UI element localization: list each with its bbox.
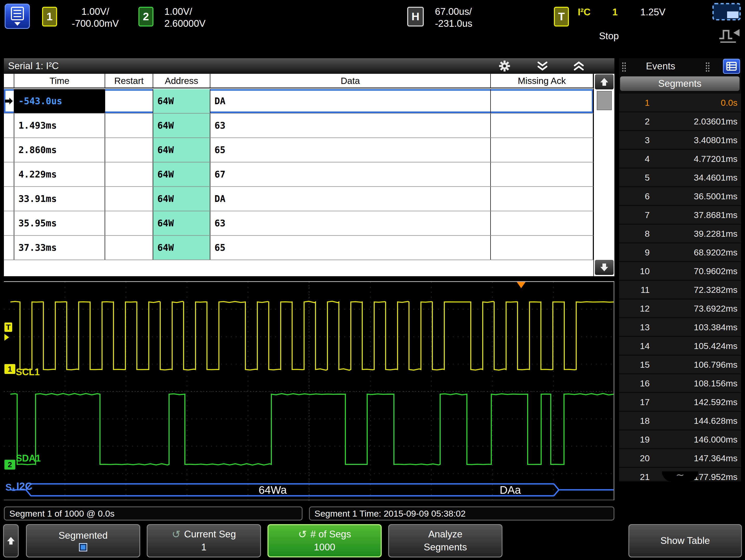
trigger-position-marker[interactable] bbox=[517, 282, 526, 288]
cell-restart bbox=[105, 114, 153, 137]
scl-trace bbox=[10, 301, 614, 370]
cell-missing-ack bbox=[491, 187, 593, 211]
channel1-readout[interactable]: 1.00V/ -700.00mV bbox=[62, 6, 129, 30]
serial-bus-marker[interactable]: S₁ bbox=[5, 482, 15, 493]
i2c-bus-decode-shape bbox=[10, 484, 614, 496]
i2c-bus-label: I2C bbox=[17, 480, 32, 492]
current-seg-label: Current Seg bbox=[184, 529, 236, 540]
bus-frame-address: 64Wa bbox=[259, 484, 287, 496]
segment-number: 1 bbox=[619, 98, 650, 108]
softkey-current-seg[interactable]: ↺ Current Seg 1 bbox=[147, 524, 261, 557]
trigger-level-marker[interactable]: T bbox=[4, 322, 12, 332]
zoom-window-icon[interactable] bbox=[712, 3, 741, 23]
segment-row[interactable]: 18 144.628ms bbox=[619, 412, 741, 430]
row-marker-cell bbox=[4, 236, 14, 259]
channel1-button[interactable]: 1 bbox=[42, 7, 57, 27]
cell-data: 65 bbox=[210, 138, 491, 162]
segment-time: 108.156ms bbox=[650, 378, 741, 388]
table-scrollbar[interactable] bbox=[593, 74, 614, 276]
serial-table-row[interactable]: 2.860ms 64W 65 bbox=[4, 138, 593, 162]
segment-time: 146.000ms bbox=[650, 434, 741, 445]
serial-table-row[interactable]: 35.95ms 64W 63 bbox=[4, 211, 593, 236]
softkey-show-table[interactable]: Show Table bbox=[628, 524, 742, 557]
segment-status: Segment 1 of 1000 @ 0.0s bbox=[4, 506, 302, 521]
segment-row[interactable]: 20 147.364ms bbox=[619, 449, 741, 468]
segment-row[interactable]: 19 146.000ms bbox=[619, 430, 741, 449]
cell-time: 1.493ms bbox=[14, 114, 105, 137]
cell-address: 64W bbox=[153, 138, 210, 162]
segment-row[interactable]: 6 36.5001ms bbox=[619, 187, 741, 206]
serial-table-header-row: Time Restart Address Data Missing Ack bbox=[4, 74, 614, 88]
serial-decode-table: Time Restart Address Data Missing Ack -5… bbox=[4, 74, 614, 276]
lister-view-button[interactable] bbox=[723, 59, 740, 74]
segment-row[interactable]: 2 2.03601ms bbox=[619, 112, 741, 131]
drag-grip-icon[interactable] bbox=[705, 62, 710, 72]
serial-table-row[interactable]: 4.229ms 64W 67 bbox=[4, 162, 593, 187]
cell-address: 64W bbox=[153, 187, 210, 211]
bus-frame-data: DAa bbox=[499, 484, 521, 496]
softkey-segmented[interactable]: Segmented bbox=[26, 524, 140, 557]
horizontal-readout[interactable]: 67.00us/ -231.0us bbox=[435, 6, 503, 30]
channel1-marker-label: 1 bbox=[4, 364, 15, 374]
softkey-num-segs[interactable]: ↺ # of Segs 1000 bbox=[267, 524, 382, 557]
scroll-down-button[interactable] bbox=[595, 260, 614, 275]
analyze-label-2: Segments bbox=[424, 542, 467, 553]
segment-row[interactable]: 17 142.592ms bbox=[619, 393, 741, 412]
col-restart: Restart bbox=[105, 74, 153, 88]
segment-row[interactable]: 1 0.0s bbox=[619, 94, 741, 112]
chevron-down-icon bbox=[14, 22, 21, 26]
current-seg-value: 1 bbox=[201, 542, 207, 553]
show-table-label: Show Table bbox=[660, 535, 710, 546]
segment-row[interactable]: 4 4.77201ms bbox=[619, 150, 741, 168]
segment-row[interactable]: 8 39.2281ms bbox=[619, 224, 741, 243]
segment-row[interactable]: 15 106.796ms bbox=[619, 355, 741, 374]
scrollbar-thumb[interactable] bbox=[597, 91, 612, 110]
segment-number: 9 bbox=[619, 247, 650, 257]
expand-double-chevron-up-icon[interactable] bbox=[573, 61, 585, 73]
segment-number: 3 bbox=[619, 135, 650, 145]
serial-table-row[interactable]: -543.0us 64W DA bbox=[4, 89, 593, 114]
oscilloscope-screen: 1 1.00V/ -700.00mV 2 1.00V/ 2.60000V H 6… bbox=[0, 0, 745, 560]
serial-table-row[interactable]: 37.33ms 64W 65 bbox=[4, 236, 593, 260]
collapse-double-chevron-down-icon[interactable] bbox=[536, 61, 549, 73]
segment-time: 72.3282ms bbox=[650, 285, 741, 295]
channel2-button[interactable]: 2 bbox=[138, 7, 154, 27]
settings-gear-icon[interactable] bbox=[498, 60, 511, 73]
softkey-back-button[interactable] bbox=[3, 524, 19, 557]
more-segments-indicator[interactable]: ∼ bbox=[662, 471, 698, 482]
segment-row[interactable]: 5 34.4601ms bbox=[619, 168, 741, 187]
cell-data: 67 bbox=[210, 162, 491, 186]
cell-restart bbox=[105, 89, 153, 113]
segment-time: 2.03601ms bbox=[650, 117, 741, 127]
serial-table-row[interactable]: 33.91ms 64W DA bbox=[4, 187, 593, 211]
channel2-ground-marker[interactable]: 2 bbox=[4, 460, 15, 470]
segment-row[interactable]: 11 72.3282ms bbox=[619, 281, 741, 299]
segment-number: 4 bbox=[619, 154, 650, 164]
channel1-ground-marker[interactable]: 1 bbox=[4, 364, 15, 374]
segment-time: 68.9202ms bbox=[650, 247, 741, 257]
graticule-grid bbox=[4, 282, 614, 501]
horizontal-button[interactable]: H bbox=[407, 7, 424, 27]
segment-number: 8 bbox=[619, 229, 650, 239]
segment-row[interactable]: 14 105.424ms bbox=[619, 337, 741, 355]
segment-row[interactable]: 12 73.6922ms bbox=[619, 299, 741, 318]
channel2-readout[interactable]: 1.00V/ 2.60000V bbox=[164, 6, 229, 30]
segment-row[interactable]: 9 68.9202ms bbox=[619, 243, 741, 262]
trigger-button[interactable]: T bbox=[554, 7, 569, 27]
waveform-compare-icon[interactable] bbox=[718, 25, 741, 45]
segment-row[interactable]: 7 37.8681ms bbox=[619, 206, 741, 224]
segment-row[interactable]: 3 3.40801ms bbox=[619, 131, 741, 150]
segment-row[interactable]: 16 108.156ms bbox=[619, 374, 741, 393]
scroll-up-button[interactable] bbox=[595, 74, 614, 89]
segment-number: 2 bbox=[619, 117, 650, 127]
serial-lister-header[interactable]: Serial 1: I²C bbox=[4, 58, 614, 74]
segment-row[interactable]: 13 103.384ms bbox=[619, 318, 741, 337]
serial-table-row[interactable]: 1.493ms 64W 63 bbox=[4, 114, 593, 138]
softkey-analyze-segments[interactable]: Analyze Segments bbox=[388, 524, 503, 557]
segment-row[interactable]: 10 70.9602ms bbox=[619, 262, 741, 281]
col-missing-ack: Missing Ack bbox=[491, 74, 593, 88]
events-title: Events bbox=[619, 61, 702, 72]
menu-button[interactable] bbox=[5, 4, 30, 29]
waveform-display[interactable]: 64Wa DAa SCL1 SDA1 I2C T 1 2 S₁ bbox=[4, 281, 614, 500]
cell-missing-ack bbox=[491, 236, 593, 259]
